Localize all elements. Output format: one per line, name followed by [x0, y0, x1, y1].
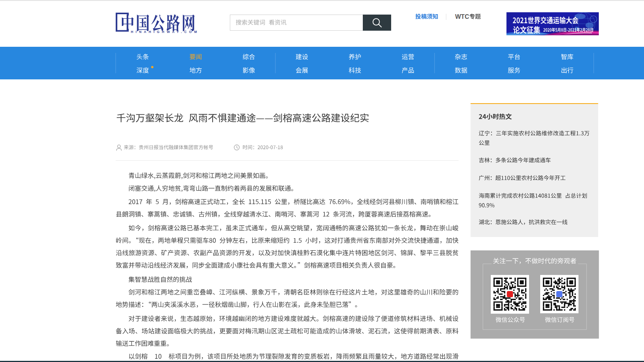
svg-text:HINAHIGHWAY.COM: HINAHIGHWAY.COM: [131, 30, 200, 34]
svg-text:WTC: WTC: [455, 13, 469, 20]
